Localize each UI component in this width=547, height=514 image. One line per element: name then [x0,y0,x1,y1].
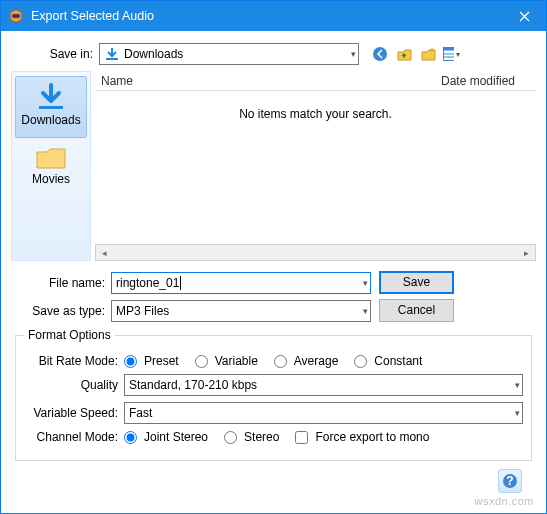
chevron-down-icon: ▾ [363,306,368,316]
list-header[interactable]: Name Date modified [95,71,536,91]
channel-mode-label: Channel Mode: [24,430,124,444]
radio-stereo[interactable]: Stereo [224,430,279,444]
format-options-group: Format Options Bit Rate Mode: Preset Var… [15,328,532,461]
svg-rect-2 [106,58,118,60]
svg-rect-1 [12,14,20,18]
channel-mode-options: Joint Stereo Stereo Force export to mono [124,430,441,444]
new-folder-button[interactable] [417,44,439,65]
variable-speed-value: Fast [129,406,152,420]
places-sidebar[interactable]: Downloads Movies [11,71,91,261]
checkbox-force-mono[interactable]: Force export to mono [295,430,429,444]
titlebar[interactable]: Export Selected Audio [1,1,546,31]
chevron-down-icon: ▾ [515,408,520,418]
sidebar-label: Downloads [16,113,86,127]
export-audio-dialog: Export Selected Audio Save in: Downloads… [0,0,547,514]
save-in-label: Save in: [11,47,99,61]
radio-constant[interactable]: Constant [354,354,422,368]
svg-text:?: ? [506,474,513,488]
save-as-type-combobox[interactable]: MP3 Files ▾ [111,300,371,322]
save-as-type-value: MP3 Files [116,304,169,318]
chevron-down-icon: ▾ [351,49,356,59]
save-in-value: Downloads [124,47,183,61]
up-one-level-button[interactable] [393,44,415,65]
back-button[interactable] [369,44,391,65]
help-icon: ? [502,473,518,489]
save-button[interactable]: Save [379,271,454,294]
format-options-legend: Format Options [24,328,115,342]
svg-point-3 [373,47,387,61]
radio-joint-stereo[interactable]: Joint Stereo [124,430,208,444]
svg-rect-5 [444,48,455,51]
downloads-folder-icon [104,47,120,61]
filename-value: ringtone_01 [116,276,181,290]
column-name[interactable]: Name [95,74,441,88]
help-button[interactable]: ? [498,469,522,493]
sidebar-item-movies[interactable]: Movies [15,138,87,196]
column-date[interactable]: Date modified [441,74,536,88]
svg-rect-8 [39,106,63,109]
file-list-pane: Name Date modified No items match your s… [95,71,536,261]
chevron-down-icon: ▾ [515,380,520,390]
filename-label: File name: [11,276,111,290]
quality-combobox[interactable]: Standard, 170-210 kbps ▾ [124,374,523,396]
horizontal-scrollbar[interactable]: ◂ ▸ [95,244,536,261]
window-title: Export Selected Audio [31,9,502,23]
sidebar-label: Movies [15,172,87,186]
save-in-combobox[interactable]: Downloads ▾ [99,43,359,65]
chevron-down-icon: ▾ [456,50,460,59]
radio-preset[interactable]: Preset [124,354,179,368]
save-as-type-label: Save as type: [11,304,111,318]
scroll-left-icon[interactable]: ◂ [96,245,113,260]
bit-rate-mode-label: Bit Rate Mode: [24,354,124,368]
audacity-icon [9,9,23,23]
chevron-down-icon: ▾ [363,278,368,288]
sidebar-item-downloads[interactable]: Downloads [15,76,87,138]
variable-speed-combobox[interactable]: Fast ▾ [124,402,523,424]
empty-message: No items match your search. [95,107,536,121]
cancel-button[interactable]: Cancel [379,299,454,322]
nav-toolbar: ▾ [369,44,463,65]
radio-variable[interactable]: Variable [195,354,258,368]
folder-icon [35,144,67,170]
view-menu-button[interactable]: ▾ [441,44,463,65]
downloads-icon [33,83,69,111]
close-button[interactable] [502,1,546,31]
variable-speed-label: Variable Speed: [24,406,124,420]
quality-label: Quality [24,378,124,392]
radio-average[interactable]: Average [274,354,338,368]
filename-input[interactable]: ringtone_01 ▾ [111,272,371,294]
quality-value: Standard, 170-210 kbps [129,378,257,392]
file-list[interactable]: Name Date modified No items match your s… [95,71,536,244]
scroll-right-icon[interactable]: ▸ [518,245,535,260]
bit-rate-mode-radios: Preset Variable Average Constant [124,354,434,368]
dialog-content: Save in: Downloads ▾ ▾ [1,31,546,513]
